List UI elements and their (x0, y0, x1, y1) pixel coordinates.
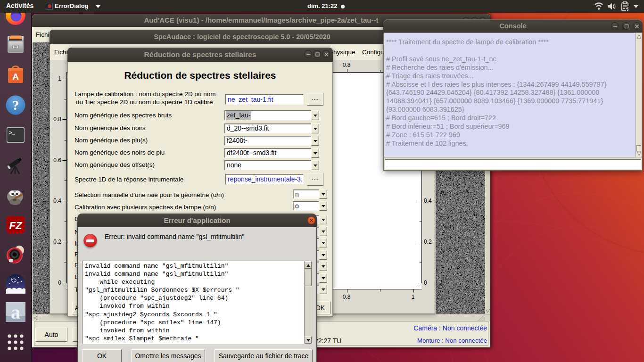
svg-text:0.4: 0.4 (424, 197, 432, 204)
svg-text:a: a (11, 302, 20, 322)
svg-text:0: 0 (58, 280, 61, 286)
svg-text:0.8: 0.8 (53, 116, 61, 123)
svg-text:>_: >_ (9, 130, 16, 136)
svg-text:0.2: 0.2 (424, 239, 432, 245)
svg-text:0.2: 0.2 (53, 239, 61, 245)
svg-text:?: ? (12, 98, 19, 113)
svg-text:1: 1 (58, 75, 61, 82)
svg-text:1: 1 (412, 294, 415, 300)
svg-text:0.8: 0.8 (343, 294, 351, 300)
svg-text:FZ: FZ (9, 220, 23, 231)
svg-text:0.6: 0.6 (53, 157, 61, 164)
svg-text:0: 0 (424, 280, 427, 286)
svg-text:0.8: 0.8 (343, 62, 351, 68)
svg-text:0.4: 0.4 (53, 197, 61, 204)
svg-text:A: A (12, 72, 19, 82)
